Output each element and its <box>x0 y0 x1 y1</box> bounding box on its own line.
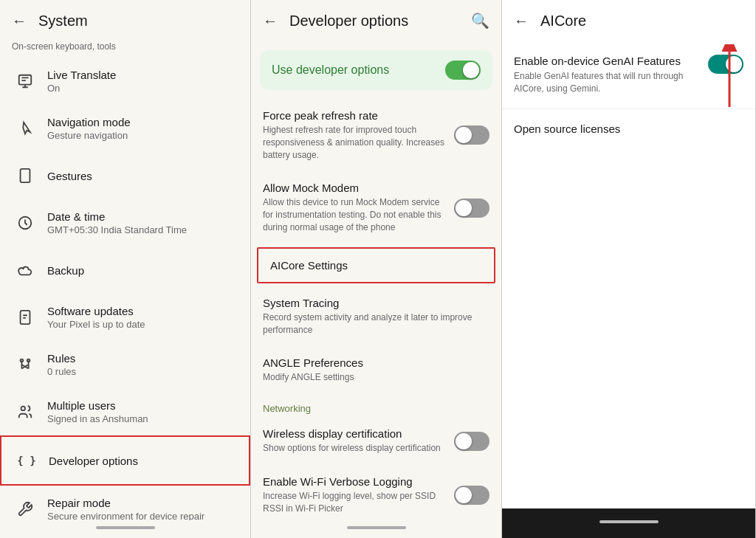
gestures-icon <box>12 162 38 189</box>
enable-genai-title: Enable on-device GenAI Features <box>514 55 699 67</box>
right-home-indicator <box>599 520 659 523</box>
middle-panel: ← Developer options 🔍 Use developer opti… <box>251 0 502 538</box>
wifi-verbose-toggle[interactable] <box>454 486 489 505</box>
repair-mode-text: Repair mode Secure environment for devic… <box>47 497 238 520</box>
force-peak-refresh-title: Force peak refresh rate <box>263 109 445 122</box>
left-header: ← System <box>0 0 250 41</box>
repair-mode-icon <box>12 496 38 520</box>
multiple-users-title: Multiple users <box>47 399 238 412</box>
backup-text: Backup <box>47 264 238 277</box>
live-translate-title: Live Translate <box>47 69 238 81</box>
gestures-title: Gestures <box>47 170 238 182</box>
allow-mock-modem-item[interactable]: Allow Mock Modem Allow this device to ru… <box>251 171 501 244</box>
gestures-text: Gestures <box>47 170 238 182</box>
middle-bottom-nav <box>251 520 501 538</box>
sidebar-item-live-translate[interactable]: Live Translate On <box>0 58 250 105</box>
live-translate-icon <box>12 68 38 94</box>
sidebar-item-repair-mode[interactable]: Repair mode Secure environment for devic… <box>0 486 250 520</box>
navigation-mode-title: Navigation mode <box>47 116 238 128</box>
repair-mode-subtitle: Secure environment for device repair <box>47 511 238 520</box>
wireless-display-title: Wireless display certification <box>263 427 445 440</box>
wifi-verbose-text: Enable Wi-Fi Verbose Logging Increase Wi… <box>263 475 454 515</box>
wifi-verbose-subtitle: Increase Wi-Fi logging level, show per S… <box>263 490 445 515</box>
software-updates-title: Software updates <box>47 305 238 317</box>
left-settings-list: Live Translate On Navigation mode Gestur… <box>0 58 250 520</box>
red-arrow-annotation <box>704 44 740 111</box>
sidebar-item-date-time[interactable]: Date & time GMT+05:30 India Standard Tim… <box>0 199 250 246</box>
left-title: System <box>38 13 88 30</box>
developer-options-icon: { } <box>13 447 40 474</box>
multiple-users-icon <box>12 399 38 425</box>
wifi-verbose-item[interactable]: Enable Wi-Fi Verbose Logging Increase Wi… <box>251 465 501 520</box>
multiple-users-text: Multiple users Signed in as Anshuman <box>47 399 238 424</box>
repair-mode-title: Repair mode <box>47 497 238 509</box>
aicore-settings-title: AICore Settings <box>270 259 482 272</box>
allow-mock-modem-toggle[interactable] <box>454 199 489 218</box>
software-updates-icon <box>12 304 38 331</box>
middle-header: ← Developer options 🔍 <box>251 0 501 41</box>
live-translate-subtitle: On <box>47 83 238 94</box>
sidebar-item-backup[interactable]: Backup <box>0 246 250 294</box>
red-arrow-svg <box>704 44 740 111</box>
right-header: ← AICore <box>502 0 755 41</box>
developer-options-title: Developer options <box>49 455 237 467</box>
wifi-verbose-title: Enable Wi-Fi Verbose Logging <box>263 475 445 488</box>
software-updates-text: Software updates Your Pixel is up to dat… <box>47 305 238 330</box>
date-time-subtitle: GMT+05:30 India Standard Time <box>47 224 238 235</box>
force-peak-refresh-row: Force peak refresh rate Highest refresh … <box>263 109 489 161</box>
home-indicator <box>96 526 155 529</box>
sidebar-item-multiple-users[interactable]: Multiple users Signed in as Anshuman <box>0 388 250 435</box>
wireless-display-text: Wireless display certification Show opti… <box>263 427 454 455</box>
middle-title: Developer options <box>289 13 408 30</box>
open-source-item[interactable]: Open source licenses <box>502 109 755 148</box>
sidebar-item-rules[interactable]: Rules 0 rules <box>0 341 250 388</box>
angle-preferences-item[interactable]: ANGLE Preferences Modify ANGLE settings <box>251 346 501 394</box>
sidebar-item-navigation-mode[interactable]: Navigation mode Gesture navigation <box>0 105 250 152</box>
navigation-mode-icon <box>12 115 38 142</box>
wireless-display-item[interactable]: Wireless display certification Show opti… <box>251 417 501 465</box>
left-subtitle: On-screen keyboard, tools <box>0 41 250 58</box>
force-peak-toggle[interactable] <box>454 125 489 145</box>
use-developer-label: Use developer options <box>272 63 389 77</box>
force-peak-refresh-item[interactable]: Force peak refresh rate Highest refresh … <box>251 99 501 171</box>
multiple-users-subtitle: Signed in as Anshuman <box>47 413 238 424</box>
wifi-verbose-toggle-thumb <box>456 487 472 503</box>
svg-rect-1 <box>21 169 30 182</box>
right-back-button[interactable]: ← <box>514 13 529 30</box>
allow-mock-modem-row: Allow Mock Modem Allow this device to ru… <box>263 182 489 233</box>
sidebar-item-gestures[interactable]: Gestures <box>0 152 250 199</box>
allow-mock-modem-text: Allow Mock Modem Allow this device to ru… <box>263 182 454 233</box>
angle-preferences-subtitle: Modify ANGLE settings <box>263 371 489 384</box>
mock-modem-toggle-thumb <box>456 200 472 216</box>
middle-search-icon[interactable]: 🔍 <box>471 12 489 30</box>
navigation-mode-text: Navigation mode Gesture navigation <box>47 116 238 141</box>
right-bottom-nav <box>502 508 755 538</box>
svg-point-7 <box>21 407 26 411</box>
left-back-button[interactable]: ← <box>12 13 27 30</box>
enable-genai-text: Enable on-device GenAI Features Enable G… <box>514 55 708 95</box>
navigation-mode-subtitle: Gesture navigation <box>47 130 238 141</box>
rules-icon <box>12 351 38 378</box>
left-panel: ← System On-screen keyboard, tools Live … <box>0 0 251 538</box>
wireless-display-toggle[interactable] <box>454 432 489 451</box>
middle-back-button[interactable]: ← <box>263 13 278 30</box>
live-translate-text: Live Translate On <box>47 69 238 94</box>
right-title: AICore <box>540 13 586 30</box>
sidebar-item-software-updates[interactable]: Software updates Your Pixel is up to dat… <box>0 294 250 341</box>
networking-section-label: Networking <box>251 394 501 417</box>
developer-options-text: Developer options <box>49 455 237 467</box>
use-developer-banner[interactable]: Use developer options <box>260 50 492 90</box>
use-developer-toggle-thumb <box>463 62 479 78</box>
rules-title: Rules <box>47 352 238 365</box>
middle-home-indicator <box>347 526 406 529</box>
wireless-display-row: Wireless display certification Show opti… <box>263 427 489 455</box>
sidebar-item-developer-options[interactable]: { } Developer options <box>0 435 250 486</box>
wifi-verbose-row: Enable Wi-Fi Verbose Logging Increase Wi… <box>263 475 489 515</box>
aicore-settings-item[interactable]: AICore Settings <box>257 247 495 283</box>
force-peak-refresh-text: Force peak refresh rate Highest refresh … <box>263 109 454 161</box>
date-time-text: Date & time GMT+05:30 India Standard Tim… <box>47 210 238 235</box>
use-developer-toggle[interactable] <box>445 61 481 80</box>
system-tracing-item[interactable]: System Tracing Record system activity an… <box>251 286 501 347</box>
right-panel: ← AICore Enable on-device GenAI Features… <box>502 0 756 538</box>
software-updates-subtitle: Your Pixel is up to date <box>47 319 238 330</box>
